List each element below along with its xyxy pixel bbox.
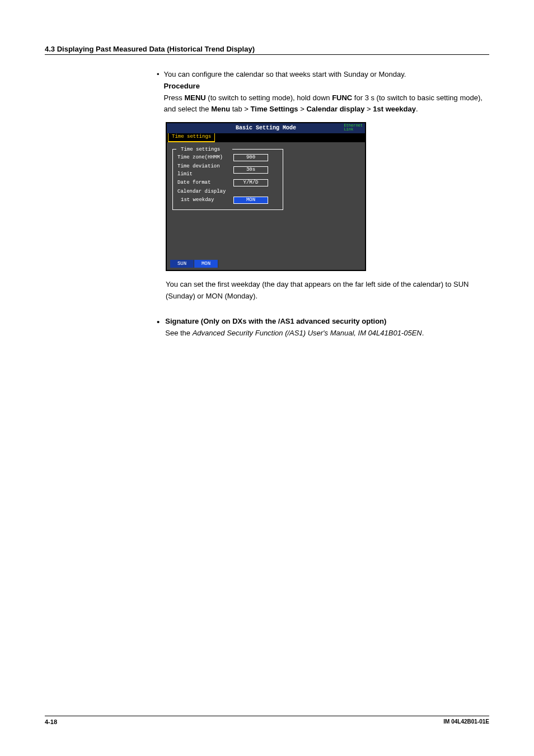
proc-t5: > bbox=[298, 105, 307, 113]
ss-row-deviation: Time deviation limit 30s bbox=[177, 162, 278, 179]
ss-row-calendardisplay: Calendar display bbox=[177, 188, 278, 195]
signature-bullet: • Signature (Only on DXs with the /AS1 a… bbox=[157, 316, 489, 339]
ss-row-calendardisplay-label: Calendar display bbox=[177, 188, 226, 195]
proc-func: FUNC bbox=[332, 94, 352, 102]
ss-row-dateformat-label: Date format bbox=[177, 179, 233, 186]
ss-row-1stweekday: 1st weekday MON bbox=[177, 196, 278, 204]
content-area: • You can configure the calendar so that… bbox=[157, 69, 489, 339]
ss-option-sun[interactable]: SUN bbox=[170, 260, 194, 268]
signature-body: Signature (Only on DXs with the /AS1 adv… bbox=[165, 316, 424, 339]
proc-t2: (to switch to setting mode), hold down bbox=[206, 94, 332, 102]
ss-tabbar: Time settings bbox=[167, 133, 365, 142]
ss-fieldset: Time settings Time zone(HHMM) 900 Time d… bbox=[172, 149, 283, 209]
ss-row-timezone-value[interactable]: 900 bbox=[233, 154, 268, 161]
proc-t1: Press bbox=[164, 94, 185, 102]
ss-row-dateformat-value[interactable]: Y/M/D bbox=[233, 179, 268, 186]
ss-option-bar: SUN MON bbox=[170, 260, 218, 268]
procedure-label: Procedure bbox=[164, 82, 200, 90]
proc-1stweekday: 1st weekday bbox=[373, 105, 416, 113]
after-screenshot-text: You can set the first weekday (the day t… bbox=[166, 279, 489, 302]
doc-number: IM 04L42B01-01E bbox=[443, 718, 489, 725]
ss-title: Basic Setting Mode bbox=[167, 124, 365, 133]
ss-row-timezone: Time zone(HHMM) 900 bbox=[177, 153, 278, 161]
page-number: 4-18 bbox=[45, 718, 57, 725]
ss-eth2: Link bbox=[344, 127, 353, 132]
ss-ethernet-indicator: Ethernet Link bbox=[344, 124, 363, 132]
ss-row-1stweekday-value[interactable]: MON bbox=[233, 197, 268, 204]
device-screenshot: Basic Setting Mode Ethernet Link Time se… bbox=[166, 122, 366, 271]
ss-option-mon[interactable]: MON bbox=[194, 260, 218, 268]
signature-pre: See the bbox=[165, 329, 192, 337]
proc-menu: MENU bbox=[184, 94, 205, 102]
intro-text: You can configure the calendar so that w… bbox=[164, 70, 406, 78]
bullet-dot-icon: • bbox=[157, 316, 160, 339]
signature-title: Signature (Only on DXs with the /AS1 adv… bbox=[165, 317, 386, 325]
ss-fieldset-legend: Time settings bbox=[180, 146, 221, 153]
proc-t7: . bbox=[416, 105, 418, 113]
proc-timesettings: Time Settings bbox=[251, 105, 298, 113]
signature-post: . bbox=[422, 329, 424, 337]
proc-menutab: Menu bbox=[211, 105, 230, 113]
signature-manual: Advanced Security Function (/AS1) User's… bbox=[193, 329, 422, 337]
section-header: 4.3 Displaying Past Measured Data (Histo… bbox=[45, 45, 489, 55]
ss-row-timezone-label: Time zone(HHMM) bbox=[177, 153, 233, 161]
proc-t6: > bbox=[364, 105, 373, 113]
ss-row-deviation-label: Time deviation limit bbox=[177, 162, 233, 179]
ss-header: Basic Setting Mode Ethernet Link bbox=[167, 123, 365, 133]
proc-t4: tab > bbox=[230, 105, 251, 113]
ss-row-deviation-value[interactable]: 30s bbox=[233, 166, 268, 174]
ss-body: Time settings Time zone(HHMM) 900 Time d… bbox=[167, 142, 365, 270]
bullet-intro-body: You can configure the calendar so that w… bbox=[164, 69, 489, 115]
proc-caldisplay: Calendar display bbox=[306, 105, 364, 113]
bullet-intro: • You can configure the calendar so that… bbox=[157, 69, 489, 115]
bullet-dot-icon: • bbox=[157, 69, 160, 115]
ss-row-1stweekday-label: 1st weekday bbox=[177, 196, 233, 204]
page-footer: 4-18 IM 04L42B01-01E bbox=[45, 716, 489, 725]
ss-row-dateformat: Date format Y/M/D bbox=[177, 179, 278, 186]
